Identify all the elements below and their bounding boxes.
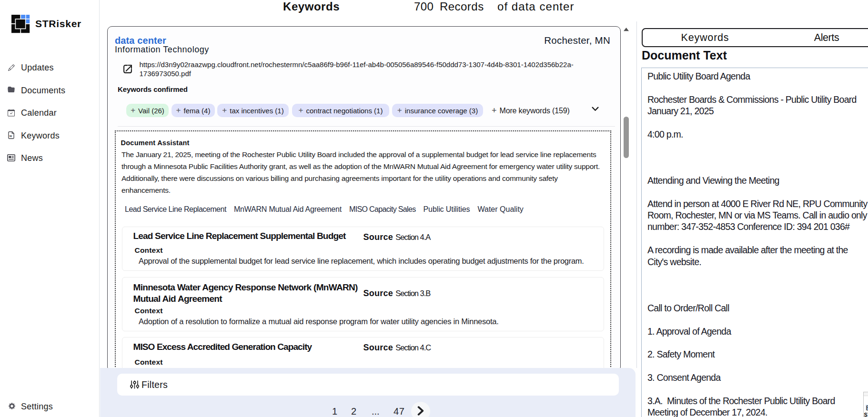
- svg-text:w: w: [9, 134, 12, 138]
